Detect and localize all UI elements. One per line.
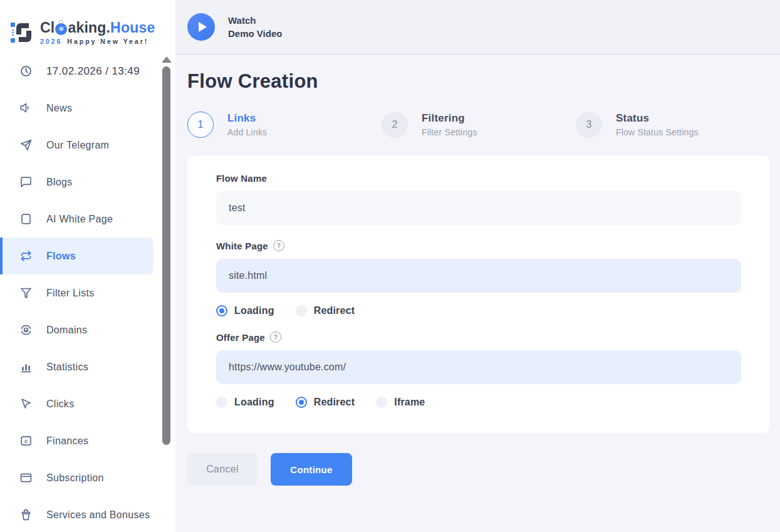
repeat-icon (19, 249, 33, 263)
scrollbar-up-arrow[interactable] (162, 56, 172, 63)
sidebar-item-label: Services and Bonuses (46, 509, 150, 521)
sidebar-item-subscription[interactable]: Subscription (0, 459, 153, 496)
offer-page-mode-group: Loading Redirect Iframe (216, 397, 741, 408)
radio-unselected-icon[interactable] (216, 397, 227, 408)
step-status[interactable]: 3 Status Flow Status Settings (576, 112, 770, 138)
sidebar-item-flows[interactable]: Flows (0, 237, 153, 274)
globe-icon: w (19, 323, 33, 336)
step-number: 1 (187, 112, 214, 138)
scrollbar-thumb[interactable] (162, 66, 170, 445)
radio-selected-icon[interactable] (296, 397, 307, 408)
step-sublabel: Filter Settings (422, 127, 477, 137)
page-title: Flow Creation (187, 70, 770, 93)
radio-selected-icon[interactable] (216, 305, 227, 316)
white-page-mode-group: Loading Redirect (216, 305, 741, 316)
sidebar-item-label: News (46, 103, 72, 114)
sidebar-item-statistics[interactable]: Statistics (0, 348, 153, 385)
christmas-ball-icon: ❄ (55, 23, 67, 35)
step-number: 2 (382, 112, 408, 138)
sidebar-item-label: Clicks (46, 399, 74, 410)
radio-unselected-icon[interactable] (376, 397, 387, 408)
brand-logo[interactable]: Cl❄aking.House 2026Happy New Year! (0, 0, 175, 53)
bar-chart-icon (19, 360, 33, 373)
megaphone-icon (19, 102, 33, 115)
watch-demo-video-label[interactable]: Watch Demo Video (228, 14, 282, 40)
sidebar-item-label: Flows (46, 251, 76, 262)
white-page-help-icon[interactable]: ? (273, 240, 284, 251)
form-actions: Cancel Continue (187, 453, 770, 486)
sidebar-item-clicks[interactable]: Clicks (0, 385, 153, 422)
finances-card-icon: c (19, 434, 33, 447)
white-page-input[interactable] (216, 259, 741, 293)
sidebar-item-blogs[interactable]: Blogs (0, 164, 153, 201)
sidebar-item-label: Finances (46, 436, 88, 447)
sidebar-item-label: Blogs (46, 177, 73, 188)
brand-logo-icon (10, 19, 34, 46)
sidebar-item-news[interactable]: News (0, 90, 153, 127)
step-label: Filtering (422, 112, 477, 125)
step-label: Links (227, 112, 267, 125)
offer-page-label: Offer Page ? (216, 331, 741, 343)
continue-button[interactable]: Continue (271, 453, 352, 486)
sidebar-item-label: AI White Page (46, 214, 113, 225)
flow-name-input[interactable] (216, 191, 741, 225)
telegram-icon (19, 138, 33, 152)
step-filtering[interactable]: 2 Filtering Filter Settings (382, 112, 576, 138)
white-page-loading-option[interactable]: Loading (216, 305, 274, 316)
brand-tagline: 2026Happy New Year! (40, 38, 155, 45)
flow-creation-page: Flow Creation 1 Links Add Links 2 Filter… (175, 55, 780, 532)
sidebar-item-services-and-bonuses[interactable]: Services and Bonuses (0, 496, 153, 532)
sidebar-item-label: Our Telegram (46, 140, 109, 151)
sidebar-item-filter-lists[interactable]: Filter Lists (0, 274, 153, 311)
radio-unselected-icon[interactable] (296, 305, 307, 316)
funnel-icon (19, 286, 33, 300)
page-icon (19, 212, 33, 226)
white-page-label: White Page ? (216, 240, 741, 251)
sidebar-datetime-label: 17.02.2026 / 13:49 (46, 65, 140, 78)
offer-page-redirect-option[interactable]: Redirect (296, 397, 355, 408)
svg-text:c: c (24, 438, 28, 444)
offer-page-help-icon[interactable]: ? (270, 331, 281, 343)
sidebar-item-domains[interactable]: w Domains (0, 311, 153, 348)
offer-page-input[interactable] (216, 350, 741, 384)
step-label: Status (616, 112, 699, 125)
sidebar-item-ai-white-page[interactable]: AI White Page (0, 201, 153, 237)
brand-name: Cl❄aking.House (40, 21, 155, 35)
top-bar: Watch Demo Video (175, 0, 780, 55)
sidebar-item-label: Filter Lists (46, 288, 95, 299)
play-demo-video-button[interactable] (187, 13, 215, 41)
chat-bubble-icon (19, 175, 33, 189)
links-form-card: Flow Name White Page ? Loading Redirect … (187, 155, 770, 433)
offer-page-loading-option[interactable]: Loading (216, 397, 274, 408)
credit-card-icon (19, 471, 33, 484)
sidebar-item-label: Domains (46, 325, 87, 336)
sidebar-item-our-telegram[interactable]: Our Telegram (0, 127, 153, 164)
step-sublabel: Add Links (227, 127, 267, 137)
sidebar-scrollbar[interactable] (161, 56, 172, 520)
white-page-redirect-option[interactable]: Redirect (296, 305, 355, 316)
play-icon (199, 22, 207, 32)
step-sublabel: Flow Status Settings (616, 127, 699, 137)
step-number: 3 (576, 112, 602, 138)
gift-icon (19, 508, 33, 521)
cursor-icon (19, 397, 33, 410)
wizard-steps: 1 Links Add Links 2 Filtering Filter Set… (187, 112, 770, 138)
main-area: Watch Demo Video Flow Creation 1 Links A… (175, 0, 780, 532)
sidebar-datetime: 17.02.2026 / 13:49 (0, 53, 153, 90)
sidebar: Cl❄aking.House 2026Happy New Year! 17.02… (0, 0, 175, 532)
clock-icon (19, 65, 33, 78)
sidebar-item-label: Subscription (46, 472, 104, 484)
flow-name-label: Flow Name (216, 173, 741, 184)
offer-page-iframe-option[interactable]: Iframe (376, 397, 425, 408)
sidebar-item-finances[interactable]: c Finances (0, 422, 153, 459)
svg-text:w: w (24, 328, 28, 332)
step-links[interactable]: 1 Links Add Links (187, 112, 382, 138)
sidebar-item-label: Statistics (46, 362, 88, 373)
cancel-button[interactable]: Cancel (187, 453, 257, 486)
